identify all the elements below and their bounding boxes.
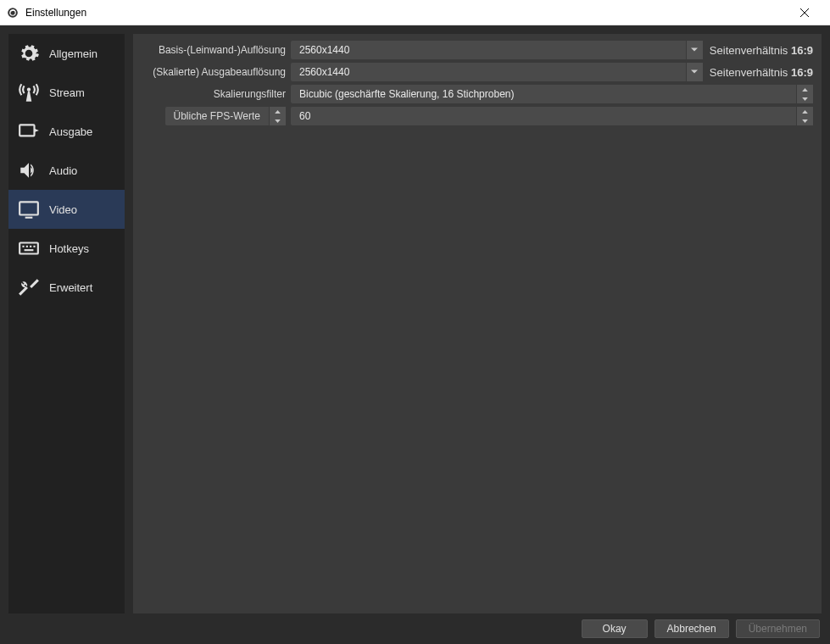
fps-value-dropdown[interactable]: 60 <box>291 107 813 125</box>
sidebar-item-label: Video <box>49 203 77 216</box>
output-icon <box>17 119 41 143</box>
apply-button: Übernehmen <box>736 619 820 638</box>
svg-point-3 <box>27 88 31 92</box>
body: Allgemein Stream Ausgabe Audio Video <box>0 25 830 613</box>
chevron-up-icon <box>797 107 813 116</box>
svg-rect-5 <box>19 202 38 214</box>
sidebar-item-label: Erweitert <box>49 281 92 294</box>
fps-type-label: Übliche FPS-Werte <box>165 110 269 122</box>
svg-rect-7 <box>19 243 38 254</box>
keyboard-icon <box>17 236 41 260</box>
row-scaling-filter: Skalierungsfilter Bicubic (geschärfte Sk… <box>142 85 813 103</box>
sidebar-item-label: Allgemein <box>49 47 97 60</box>
scaling-filter-value: Bicubic (geschärfte Skalierung, 16 Stich… <box>291 88 796 100</box>
scaled-resolution-label: (Skalierte) Ausgabeauflösung <box>142 66 286 78</box>
antenna-icon <box>17 80 41 104</box>
sidebar-item-ausgabe[interactable]: Ausgabe <box>8 112 125 151</box>
stepper-buttons[interactable] <box>796 85 813 103</box>
monitor-icon <box>17 197 41 221</box>
tools-icon <box>17 275 41 299</box>
svg-rect-4 <box>19 125 34 136</box>
svg-rect-8 <box>22 246 24 247</box>
chevron-down-icon <box>686 63 703 81</box>
row-scaled-resolution: (Skalierte) Ausgabeauflösung 2560x1440 S… <box>142 63 813 81</box>
base-aspect-ratio: Seitenverhältnis 16:9 <box>708 44 813 57</box>
speaker-icon <box>17 158 41 182</box>
scaled-resolution-dropdown[interactable]: 2560x1440 <box>291 63 703 81</box>
svg-rect-11 <box>33 246 35 247</box>
scaled-aspect-ratio: Seitenverhältnis 16:9 <box>708 66 813 79</box>
window-title: Einstellungen <box>25 7 785 19</box>
base-resolution-label: Basis-(Leinwand-)Auflösung <box>142 44 286 56</box>
sidebar-item-label: Hotkeys <box>49 242 89 255</box>
sidebar-item-stream[interactable]: Stream <box>8 73 125 112</box>
base-resolution-value: 2560x1440 <box>291 44 686 56</box>
gear-icon <box>17 42 41 65</box>
chevron-up-icon <box>270 107 286 116</box>
scaled-resolution-value: 2560x1440 <box>291 66 686 78</box>
scaling-filter-label: Skalierungsfilter <box>142 88 286 100</box>
svg-rect-6 <box>25 217 33 219</box>
chevron-up-icon <box>797 85 813 94</box>
sidebar-item-video[interactable]: Video <box>8 190 125 229</box>
sidebar-item-hotkeys[interactable]: Hotkeys <box>8 229 125 268</box>
svg-rect-12 <box>25 249 34 251</box>
chevron-down-icon <box>797 116 813 125</box>
sidebar-item-label: Stream <box>49 86 85 99</box>
row-fps: Übliche FPS-Werte 60 <box>142 107 813 125</box>
base-resolution-dropdown[interactable]: 2560x1440 <box>291 41 703 59</box>
fps-value: 60 <box>291 110 796 122</box>
sidebar-item-erweitert[interactable]: Erweitert <box>8 268 125 307</box>
content-panel: Basis-(Leinwand-)Auflösung 2560x1440 Sei… <box>133 34 822 613</box>
stepper-buttons[interactable] <box>269 107 286 125</box>
titlebar: Einstellungen <box>0 0 830 25</box>
stepper-buttons[interactable] <box>796 107 813 125</box>
obs-app-icon <box>7 7 19 19</box>
row-base-resolution: Basis-(Leinwand-)Auflösung 2560x1440 Sei… <box>142 41 813 59</box>
close-button[interactable] <box>785 0 823 25</box>
svg-rect-9 <box>26 246 28 247</box>
sidebar-item-audio[interactable]: Audio <box>8 151 125 190</box>
chevron-down-icon <box>797 94 813 103</box>
chevron-down-icon <box>686 41 703 59</box>
cancel-button[interactable]: Abbrechen <box>655 619 729 638</box>
fps-type-dropdown[interactable]: Übliche FPS-Werte <box>165 107 286 125</box>
sidebar: Allgemein Stream Ausgabe Audio Video <box>8 34 125 613</box>
sidebar-item-allgemein[interactable]: Allgemein <box>8 34 125 73</box>
footer: Okay Abbrechen Übernehmen <box>0 613 830 644</box>
sidebar-item-label: Ausgabe <box>49 125 92 138</box>
svg-rect-10 <box>30 246 31 247</box>
sidebar-item-label: Audio <box>49 164 77 177</box>
ok-button[interactable]: Okay <box>582 619 648 638</box>
scaling-filter-dropdown[interactable]: Bicubic (geschärfte Skalierung, 16 Stich… <box>291 85 813 103</box>
chevron-down-icon <box>270 116 286 125</box>
